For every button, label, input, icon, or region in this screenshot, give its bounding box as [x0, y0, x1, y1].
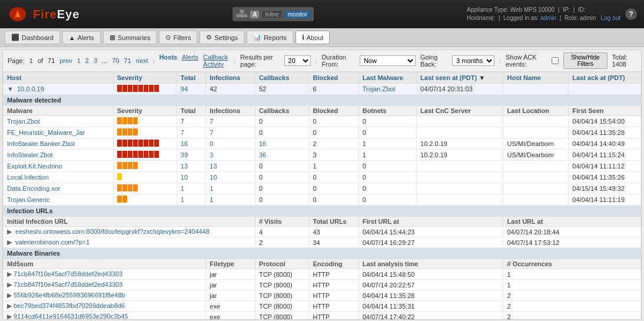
- logo-area: FireEye: [7, 6, 79, 22]
- page-1-link[interactable]: 1: [77, 57, 81, 64]
- show-hide-filters-btn[interactable]: Show/Hide Filters: [563, 52, 607, 69]
- header-center: A inline monitor: [233, 7, 314, 21]
- sep1: |: [153, 57, 155, 64]
- monitor-badge: monitor: [285, 11, 310, 18]
- mcol-location: Last Location: [503, 106, 569, 116]
- svg-line-7: [242, 12, 245, 15]
- nav-dashboard[interactable]: ⬛ Dashboard: [5, 31, 60, 44]
- ucol-total-urls: Total URLs: [309, 217, 358, 227]
- results-select[interactable]: 2050100: [284, 55, 311, 66]
- nav-filters[interactable]: ⊙ Filters: [159, 31, 197, 44]
- malware-binaries-title: Malware Binaries: [4, 248, 641, 259]
- host-hostname: [503, 84, 569, 95]
- page-70-link[interactable]: 70: [112, 57, 119, 64]
- host-total: 94: [177, 84, 206, 95]
- main-content: Page: 1 of 71 prev 1 2 3 ... 70 71 next …: [2, 49, 642, 320]
- sep4: |: [499, 57, 501, 64]
- dashboard-icon: ⬛: [11, 34, 19, 41]
- main-table: Host Severity Total Infections Callbacks…: [3, 72, 641, 319]
- binaries-col-header: Md5sum Filetype Protocol Encoding Last a…: [4, 259, 641, 269]
- total-count: Total: 1408: [612, 54, 636, 68]
- nav-settings[interactable]: ⚙ Settings: [200, 31, 244, 44]
- col-hostname[interactable]: Host Name: [503, 72, 569, 84]
- nav-reports[interactable]: 📊 Reports: [247, 31, 293, 44]
- pagination-bar: Page: 1 of 71 prev 1 2 3 ... 70 71 next …: [3, 50, 641, 72]
- table-body: ▼ 10.0.0.19: [4, 84, 641, 320]
- page-3-link[interactable]: 3: [94, 57, 97, 64]
- url-expand-2[interactable]: ▶: [7, 239, 12, 246]
- sev-6: [144, 85, 148, 92]
- tab-alerts[interactable]: Alerts: [182, 54, 198, 68]
- expand-arrow[interactable]: ▼: [7, 85, 14, 92]
- mw-name: FE_Heuristic_Malware_Jar: [4, 127, 114, 138]
- nav-bar: ⬛ Dashboard ▲ Alerts ▦ Summaries ⊙ Filte…: [0, 28, 644, 47]
- malware-row: InfoStealer.Banker.Zbot 16 0 16 2 1 10.2…: [4, 138, 641, 150]
- sev-4: [133, 85, 138, 92]
- binary-row: ▶bec79bed374f4853fbd70209ddeab8d6 exe TC…: [4, 301, 641, 312]
- malware-row: InfoStealer.Zbot 39 3 36 3 1 10.2.0.19 U…: [4, 150, 641, 161]
- tab-hosts[interactable]: Hosts: [159, 54, 177, 68]
- page-71-link[interactable]: 71: [124, 57, 131, 64]
- appliance-status: A inline monitor: [233, 7, 314, 21]
- svg-rect-3: [240, 15, 244, 17]
- malware-row: Data.Encoding.xor 1 1 0 0 0 04/15/14 15:…: [4, 183, 641, 194]
- nav-about[interactable]: ℹ About: [296, 31, 330, 44]
- nav-alerts-label: Alerts: [78, 34, 94, 41]
- page-of: of: [38, 57, 43, 64]
- binary-row: ▶71cb847f10e45acf7d58ddef2ed43303 jar TC…: [4, 280, 641, 290]
- bcol-filetype: Filetype: [206, 259, 255, 269]
- next-link[interactable]: next: [136, 57, 148, 64]
- mcol-firstseen: First Seen: [569, 106, 641, 116]
- col-last-ack[interactable]: Last ack at (PDT): [569, 72, 641, 84]
- url-expand-1[interactable]: ▶: [7, 228, 12, 235]
- tab-links: Hosts Alerts Callback Activity: [159, 54, 229, 68]
- tab-callback[interactable]: Callback Activity: [203, 54, 229, 68]
- sev-8: [154, 85, 159, 92]
- malware-section-title: Malware detected: [4, 95, 641, 106]
- inline-badge: inline: [261, 10, 282, 19]
- sep3: |: [316, 57, 317, 64]
- ucol-visits: # Visits: [255, 217, 309, 227]
- col-blocked[interactable]: Blocked: [309, 72, 358, 84]
- col-last-malware[interactable]: Last Malware: [358, 72, 416, 84]
- host-last-ack: [569, 84, 641, 95]
- duration-select[interactable]: NowLast HourLast 24 Hours: [360, 55, 416, 66]
- nav-about-label: About: [307, 34, 324, 41]
- svg-rect-2: [237, 15, 240, 17]
- col-callbacks[interactable]: Callbacks: [255, 72, 309, 84]
- page-2-link[interactable]: 2: [85, 57, 89, 64]
- going-back-select[interactable]: 3 months1 month1 week: [452, 55, 494, 66]
- agent-badge: A: [250, 11, 259, 18]
- brand-name: FireEye: [33, 8, 79, 21]
- mcol-callbacks: Callbacks: [255, 106, 309, 116]
- host-blocked: 6: [309, 84, 358, 95]
- severity-bar: [117, 85, 159, 92]
- col-last-seen[interactable]: Last seen at (PDT) ▼: [417, 72, 503, 84]
- admin-link[interactable]: admin: [540, 15, 556, 21]
- hostname-row: Hostname: | Logged in as: admin | Role: …: [467, 14, 620, 22]
- ip-link[interactable]: 10.0.0.19: [17, 85, 44, 92]
- host-ip: ▼ 10.0.0.19: [4, 84, 114, 95]
- nav-summaries[interactable]: ▦ Summaries: [103, 31, 157, 44]
- malware-binaries-header: Malware Binaries: [4, 248, 641, 259]
- malware-section-header: Malware detected: [4, 95, 641, 106]
- mcol-botnets: Botnets: [358, 106, 416, 116]
- duration-label: Duration From:: [321, 54, 355, 68]
- col-total[interactable]: Total: [177, 72, 206, 84]
- mcol-infections: Infections: [206, 106, 255, 116]
- col-infections[interactable]: Infections: [206, 72, 255, 84]
- col-host[interactable]: Host: [4, 72, 114, 84]
- page-label: Page:: [8, 57, 25, 64]
- filters-icon: ⊙: [165, 34, 171, 41]
- svg-rect-4: [244, 15, 247, 17]
- host-row[interactable]: ▼ 10.0.0.19: [4, 84, 641, 95]
- infection-urls-title: Infection URLs: [4, 206, 641, 217]
- nav-alerts[interactable]: ▲ Alerts: [62, 31, 101, 44]
- ack-checkbox[interactable]: [552, 57, 559, 64]
- help-button[interactable]: ?: [625, 8, 637, 20]
- logout-link[interactable]: Log out: [601, 15, 620, 21]
- prev-link[interactable]: prev: [59, 57, 72, 64]
- header-row: Host Severity Total Infections Callbacks…: [4, 72, 641, 84]
- col-severity[interactable]: Severity: [113, 72, 177, 84]
- mw-sev: [113, 116, 177, 127]
